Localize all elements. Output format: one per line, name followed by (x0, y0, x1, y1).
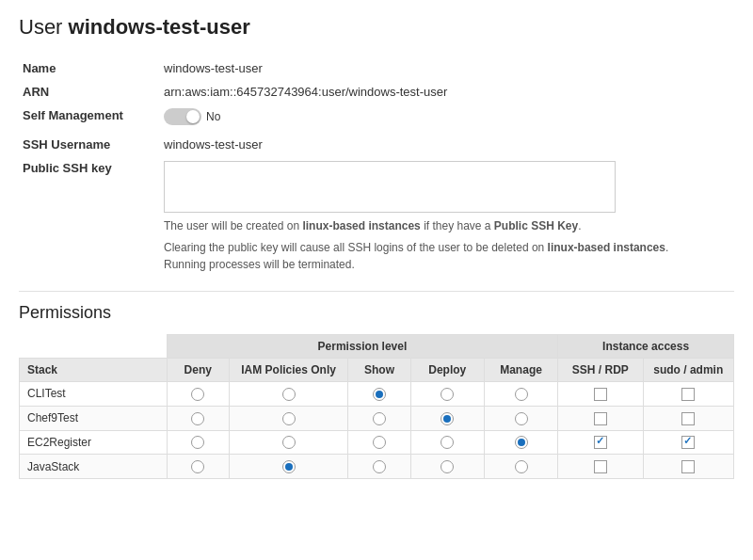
table-row: JavaStack (20, 455, 734, 479)
radio-deploy[interactable] (441, 412, 454, 425)
radio-cell-iam[interactable] (229, 455, 348, 479)
radio-iam[interactable] (282, 436, 296, 449)
radio-iam[interactable] (282, 388, 296, 401)
col-deny-header: Deny (167, 359, 229, 382)
stack-name-cell: EC2Register (20, 430, 168, 455)
stack-name-cell: Chef9Test (20, 406, 168, 430)
radio-deploy[interactable] (441, 436, 454, 449)
radio-deny[interactable] (191, 388, 204, 401)
radio-cell-show[interactable] (348, 406, 410, 430)
radio-manage[interactable] (515, 436, 528, 449)
radio-cell-deploy[interactable] (410, 430, 484, 455)
col-ssh-header: SSH / RDP (558, 359, 643, 382)
public-ssh-key-input[interactable] (164, 161, 616, 213)
name-label: Name (19, 56, 160, 80)
radio-deploy[interactable] (441, 388, 454, 401)
checkbox-cell-ssh[interactable] (558, 406, 643, 430)
checkbox-cell-sudo[interactable] (643, 382, 733, 407)
radio-cell-manage[interactable] (484, 455, 557, 479)
radio-cell-deny[interactable] (167, 406, 229, 430)
checkbox-cell-sudo[interactable] (643, 430, 733, 455)
table-row: CLITest (20, 382, 734, 407)
ssh-username-label: SSH Username (19, 133, 160, 156)
stack-name-cell: JavaStack (20, 455, 168, 479)
radio-deny[interactable] (191, 436, 204, 449)
permission-level-header: Permission level (167, 335, 558, 359)
user-info-table: Name windows-test-user ARN arn:aws:iam::… (19, 56, 734, 278)
table-row: Chef9Test (20, 406, 734, 430)
radio-cell-manage[interactable] (484, 382, 557, 407)
col-deploy-header: Deploy (410, 359, 484, 382)
checkbox-ssh[interactable] (594, 436, 607, 449)
radio-cell-deploy[interactable] (410, 406, 484, 430)
radio-cell-show[interactable] (348, 430, 410, 455)
radio-cell-show[interactable] (348, 455, 410, 479)
col-manage-header: Manage (484, 359, 557, 382)
ssh-key-note1: The user will be created on linux-based … (164, 217, 691, 234)
radio-cell-manage[interactable] (484, 406, 557, 430)
checkbox-ssh[interactable] (594, 412, 607, 425)
stack-name-cell: CLITest (20, 382, 168, 407)
instance-access-header: Instance access (558, 335, 734, 359)
radio-cell-deny[interactable] (167, 430, 229, 455)
section-divider (19, 291, 734, 292)
radio-cell-iam[interactable] (229, 406, 348, 430)
radio-manage[interactable] (515, 460, 528, 473)
radio-cell-deploy[interactable] (410, 455, 484, 479)
radio-deploy[interactable] (441, 460, 454, 473)
self-management-label: Self Management (19, 104, 160, 133)
checkbox-cell-sudo[interactable] (643, 406, 733, 430)
arn-value: arn:aws:iam::645732743964:user/windows-t… (160, 80, 734, 104)
checkbox-sudo[interactable] (681, 388, 695, 401)
stack-col-spacer (20, 335, 168, 359)
radio-cell-deny[interactable] (167, 455, 229, 479)
checkbox-cell-ssh[interactable] (558, 455, 643, 479)
checkbox-sudo[interactable] (681, 412, 695, 425)
radio-cell-deny[interactable] (167, 382, 229, 407)
public-ssh-key-label: Public SSH key (19, 156, 160, 278)
ssh-username-value: windows-test-user (160, 133, 734, 156)
radio-cell-show[interactable] (348, 382, 410, 407)
permissions-title: Permissions (19, 303, 734, 323)
checkbox-ssh[interactable] (594, 388, 607, 401)
radio-show[interactable] (373, 388, 386, 401)
checkbox-cell-sudo[interactable] (643, 455, 733, 479)
arn-label: ARN (19, 80, 160, 104)
radio-cell-iam[interactable] (229, 430, 348, 455)
radio-manage[interactable] (515, 412, 528, 425)
radio-iam[interactable] (282, 412, 296, 425)
col-sudo-header: sudo / admin (643, 359, 733, 382)
checkbox-ssh[interactable] (594, 460, 607, 473)
radio-show[interactable] (373, 460, 386, 473)
page-title: User windows-test-user (19, 15, 734, 40)
checkbox-cell-ssh[interactable] (558, 382, 643, 407)
self-management-toggle-label: No (206, 110, 220, 123)
checkbox-sudo[interactable] (681, 436, 695, 449)
self-management-toggle[interactable] (164, 108, 201, 125)
name-value: windows-test-user (160, 56, 734, 80)
public-ssh-key-cell: The user will be created on linux-based … (160, 156, 734, 278)
checkbox-sudo[interactable] (681, 460, 695, 473)
radio-show[interactable] (373, 412, 386, 425)
radio-deny[interactable] (191, 460, 204, 473)
col-iam-header: IAM Policies Only (229, 359, 348, 382)
col-show-header: Show (348, 359, 410, 382)
radio-manage[interactable] (515, 388, 528, 401)
radio-cell-iam[interactable] (229, 382, 348, 407)
permissions-table: Permission level Instance access Stack D… (19, 334, 734, 479)
ssh-key-note2: Clearing the public key will cause all S… (164, 239, 691, 273)
radio-cell-deploy[interactable] (410, 382, 484, 407)
radio-cell-manage[interactable] (484, 430, 557, 455)
radio-deny[interactable] (191, 412, 204, 425)
self-management-value: No (160, 104, 734, 133)
col-stack-header: Stack (20, 359, 168, 382)
radio-show[interactable] (373, 436, 386, 449)
radio-iam[interactable] (282, 460, 296, 473)
checkbox-cell-ssh[interactable] (558, 430, 643, 455)
table-row: EC2Register (20, 430, 734, 455)
